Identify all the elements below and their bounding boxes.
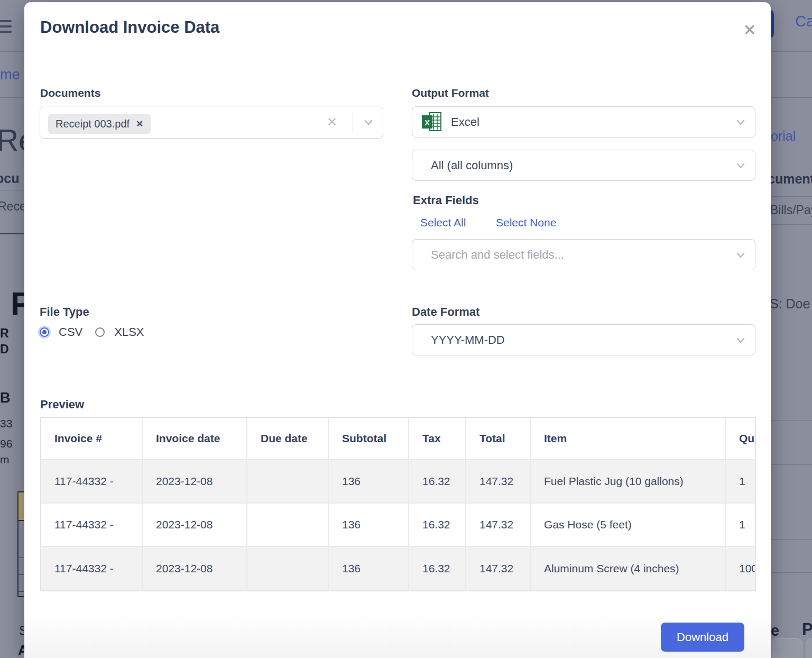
background-bills-row: Bills/Pay: [770, 203, 812, 217]
table-cell: 1: [726, 504, 756, 547]
table-cell: 136: [329, 504, 409, 547]
background-divider: [0, 190, 24, 190]
background-input-box: [806, 638, 812, 658]
background-column-header: P: [802, 620, 812, 639]
table-cell: 16.32: [409, 504, 466, 547]
background-receipt-text: B: [0, 390, 11, 406]
extra-fields-label: Extra Fields: [413, 194, 479, 207]
table-header-cell: Quantity: [726, 418, 756, 460]
background-receipt-row: Rece: [0, 199, 26, 214]
table-cell: 136: [329, 460, 409, 504]
document-chip: Receipt 003.pdf ✕: [48, 114, 151, 134]
xlsx-radio-label[interactable]: XLSX: [114, 325, 144, 339]
table-header-cell: Due date: [247, 418, 329, 460]
background-home-link: me: [0, 67, 20, 83]
page: Ca me Re ocu Rece P R D B 33 96 m S A or…: [0, 0, 812, 658]
date-format-select[interactable]: YYYY-MM-DD: [412, 324, 755, 355]
background-divider: [771, 224, 812, 225]
file-type-label: File Type: [40, 305, 89, 319]
background-cancel-link: Ca: [795, 13, 812, 30]
table-cell: [247, 460, 329, 504]
table-row: 117-44332 - 2023-12-08 136 16.32 147.32 …: [41, 547, 756, 590]
table-cell: 16.32: [409, 460, 466, 504]
background-tutorial-link: orial: [771, 129, 796, 144]
documents-multiselect[interactable]: Receipt 003.pdf ✕ ✕: [40, 106, 383, 139]
date-format-label: Date Format: [412, 305, 479, 319]
select-divider: [725, 245, 725, 264]
table-header-row: Invoice # Invoice date Due date Subtotal…: [41, 418, 756, 460]
search-placeholder: Search and select fields...: [431, 248, 564, 262]
select-none-link[interactable]: Select None: [496, 216, 556, 229]
clear-icon[interactable]: ✕: [327, 115, 337, 130]
chevron-down-icon[interactable]: [363, 116, 374, 128]
csv-radio[interactable]: [40, 327, 49, 337]
background-documents-label: ocu: [0, 171, 19, 186]
table-cell: 100: [726, 547, 756, 590]
date-format-value: YYYY-MM-DD: [431, 333, 505, 347]
chevron-down-icon[interactable]: [735, 116, 746, 128]
table-cell: 16.32: [409, 547, 466, 590]
chip-remove-icon[interactable]: ✕: [136, 118, 143, 130]
table-cell: Gas Hose (5 feet): [531, 504, 726, 547]
background-divider: [771, 196, 812, 197]
download-button[interactable]: Download: [661, 623, 744, 652]
table-cell: 2023-12-08: [143, 547, 247, 590]
close-icon[interactable]: ✕: [738, 18, 761, 41]
table-header-cell: Invoice #: [41, 418, 143, 460]
background-divider: [771, 572, 812, 573]
output-format-value: Excel: [451, 115, 479, 129]
csv-radio-label[interactable]: CSV: [59, 325, 82, 339]
select-divider: [725, 112, 725, 132]
document-chip-label: Receipt 003.pdf: [56, 118, 130, 130]
table-cell: 117-44332 -: [41, 460, 143, 504]
background-divider: [771, 539, 812, 540]
background-supplier-row: S: Doe J: [770, 296, 812, 312]
background-divider: [771, 421, 812, 421]
output-format-select[interactable]: X Excel: [412, 106, 755, 138]
table-cell: 147.32: [466, 460, 531, 504]
preview-label: Preview: [40, 398, 84, 412]
background-receipt-text: R: [0, 326, 9, 341]
chevron-down-icon[interactable]: [735, 160, 746, 171]
table-row: 117-44332 - 2023-12-08 136 16.32 147.32 …: [41, 460, 756, 504]
background-receipt-text: 33: [0, 417, 12, 430]
background-divider: [0, 233, 24, 234]
table-header-cell: Item: [531, 418, 726, 460]
preview-table: Invoice # Invoice date Due date Subtotal…: [40, 417, 756, 591]
table-cell: [247, 504, 329, 547]
select-divider: [725, 156, 725, 175]
table-header-cell: Subtotal: [329, 418, 409, 460]
modal-title: Download Invoice Data: [40, 18, 219, 37]
table-row: 117-44332 - 2023-12-08 136 16.32 147.32 …: [41, 504, 756, 547]
background-documents-label: cument: [768, 171, 812, 187]
background-receipt-text: D: [0, 342, 9, 357]
table-cell: Fuel Plastic Jug (10 gallons): [531, 460, 726, 504]
table-cell: Aluminum Screw (4 inches): [531, 547, 726, 590]
output-format-label: Output Format: [412, 87, 489, 99]
documents-label: Documents: [40, 87, 100, 99]
table-header-cell: Total: [466, 418, 531, 460]
select-divider: [725, 330, 725, 350]
extra-fields-search-select[interactable]: Search and select fields...: [412, 239, 755, 270]
background-input-box: [772, 638, 802, 658]
excel-icon: X: [421, 112, 443, 133]
hamburger-menu-icon: [0, 20, 12, 36]
table-cell: 117-44332 -: [41, 504, 143, 547]
table-cell: 147.32: [466, 504, 531, 547]
table-cell: 2023-12-08: [143, 460, 247, 504]
background-receipt-text: m: [0, 453, 10, 466]
columns-select-value: All (all columns): [431, 159, 513, 172]
table-cell: 147.32: [466, 547, 531, 590]
table-cell: 136: [329, 547, 409, 590]
chevron-down-icon[interactable]: [735, 249, 746, 261]
background-column-header: e: [771, 622, 779, 639]
background-receipt-text: 96: [0, 437, 12, 450]
xlsx-radio[interactable]: [95, 327, 105, 337]
download-invoice-modal: Download Invoice Data ✕ Documents Receip…: [24, 2, 771, 658]
select-divider: [353, 112, 353, 133]
table-header-cell: Tax: [409, 418, 466, 460]
columns-select[interactable]: All (all columns): [412, 150, 755, 181]
select-all-link[interactable]: Select All: [420, 216, 466, 229]
chevron-down-icon[interactable]: [735, 334, 746, 346]
table-cell: [247, 547, 329, 590]
